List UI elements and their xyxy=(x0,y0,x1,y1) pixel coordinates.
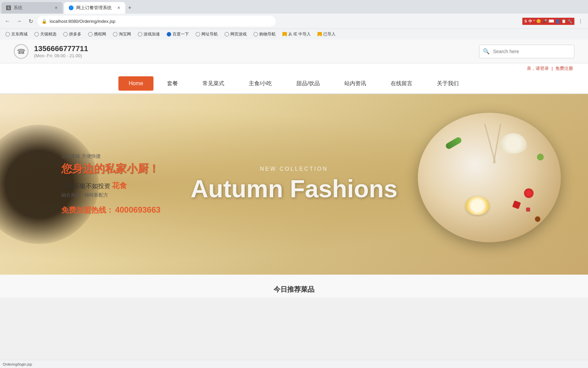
nav-message[interactable]: 在线留言 xyxy=(378,75,425,93)
bookmark-ctrip[interactable]: 携程网 xyxy=(85,31,109,38)
sogou-icon4[interactable]: 🎤 xyxy=(542,19,547,24)
bookmark-ie-import-label: 从 IE 中导入 xyxy=(288,31,311,37)
food-plate xyxy=(418,113,561,256)
section-title: 今日推荐菜品 xyxy=(14,285,574,294)
hero-hotline-number: 4000693663 xyxy=(115,205,160,214)
tab-bar: S 系统 ✕ 🌐 网上订餐管理系统 ✕ + xyxy=(0,0,588,14)
bookmark-baidu[interactable]: 百度一下 xyxy=(164,31,192,38)
sogou-toolbar: S 中 ° 😊 🎤 ⌨ 👤 📋 🔧 xyxy=(522,18,574,25)
section-below: 今日推荐菜品 xyxy=(0,275,588,297)
forward-button[interactable]: → xyxy=(14,16,24,26)
back-button[interactable]: ← xyxy=(3,16,12,26)
hero-hotline: 免费加盟热线： 4000693663 xyxy=(61,205,161,215)
header-left: ☎ 1356666777711 (Mon- Fri: 09.00 - 21.00… xyxy=(14,44,88,59)
bookmarks-list: 京东商城 天猫精选 拼多多 携程网 淘宝网 游戏加速 xyxy=(3,31,338,38)
food-egg xyxy=(466,196,489,215)
search-icon: 🔍 xyxy=(479,48,493,55)
bookmark-shop-nav[interactable]: 购物导航 xyxy=(251,31,278,38)
nav-home[interactable]: Home xyxy=(118,76,153,91)
bookmark-shop-nav-label: 购物导航 xyxy=(259,31,276,37)
hero-content: 卫生美味 方便快捷 您身边的私家小厨！ 买金买银不如投资 花食 融合风味 · 独… xyxy=(0,153,161,215)
tab-1[interactable]: S 系统 ✕ xyxy=(1,2,63,14)
food-dot2 xyxy=(526,208,530,212)
bookmark-tmall-icon xyxy=(34,32,39,36)
new-collection-label: NEW COLLECTION xyxy=(191,166,397,172)
nav-dessert[interactable]: 甜品/饮品 xyxy=(284,75,332,93)
bookmark-nav[interactable]: 网址导航 xyxy=(193,31,220,38)
hero-highlight: 花食 xyxy=(112,181,127,190)
bookmark-webgame-icon xyxy=(225,32,229,36)
bookmark-imported[interactable]: 已导入 xyxy=(315,31,338,38)
status-url: Ordering/login.jsp xyxy=(3,362,32,366)
nav-set-meal[interactable]: 套餐 xyxy=(155,75,190,93)
nav-about[interactable]: 关于我们 xyxy=(425,75,471,93)
nav-common-dishes[interactable]: 常见菜式 xyxy=(190,75,236,93)
bookmark-webgame[interactable]: 网页游戏 xyxy=(222,31,249,38)
bookmark-tmall[interactable]: 天猫精选 xyxy=(32,31,59,38)
bookmark-pdd[interactable]: 拼多多 xyxy=(61,31,84,38)
sogou-icon2[interactable]: ° xyxy=(534,19,535,23)
food-rice xyxy=(500,133,527,154)
extensions-button[interactable]: ⋮ xyxy=(576,16,585,26)
sogou-icon1[interactable]: 中 xyxy=(528,19,532,24)
site-header: ☎ 1356666777711 (Mon- Fri: 09.00 - 21.00… xyxy=(0,40,588,63)
bookmark-nav-icon xyxy=(196,32,200,36)
auth-separator: | xyxy=(552,66,554,71)
login-link[interactable]: 亲，请登录 xyxy=(527,66,549,71)
register-link[interactable]: 免费注册 xyxy=(555,66,573,71)
bookmark-ie-import[interactable]: 从 IE 中导入 xyxy=(280,31,313,38)
bookmark-ie-import-icon xyxy=(282,32,287,36)
phone-number: 1356666777711 xyxy=(34,44,88,53)
bookmark-taobao[interactable]: 淘宝网 xyxy=(110,31,134,38)
tab-1-favicon: S xyxy=(6,5,11,10)
search-input[interactable] xyxy=(493,49,574,54)
bookmark-imported-icon xyxy=(317,32,322,36)
tab-2-favicon: 🌐 xyxy=(69,5,74,10)
main-navigation: Home 套餐 常见菜式 主食/小吃 甜品/饮品 站内资讯 在线留言 关于我们 xyxy=(0,74,588,94)
sogou-icon5[interactable]: ⌨ xyxy=(549,19,554,24)
sogou-icon3[interactable]: 😊 xyxy=(536,19,541,24)
nav-staple[interactable]: 主食/小吃 xyxy=(236,75,284,93)
bookmark-ctrip-icon xyxy=(88,32,93,36)
sogou-icon7[interactable]: 📋 xyxy=(561,19,566,24)
food-green xyxy=(445,136,462,150)
bookmark-jd-icon xyxy=(5,32,10,36)
bookmark-baidu-label: 百度一下 xyxy=(173,31,189,37)
bookmark-webgame-label: 网页游戏 xyxy=(230,31,247,37)
bookmark-ctrip-label: 携程网 xyxy=(94,31,106,37)
tab-1-title: 系统 xyxy=(14,5,22,11)
refresh-button[interactable]: ↻ xyxy=(26,16,35,26)
sogou-brand: S xyxy=(524,19,527,23)
tab-2-close[interactable]: ✕ xyxy=(117,5,120,10)
search-bar[interactable]: 🔍 xyxy=(479,45,574,58)
bookmarks-bar: 京东商城 天猫精选 拼多多 携程网 淘宝网 游戏加速 xyxy=(0,29,588,40)
hero-desc1: 买金买银不如投资 花食 xyxy=(61,181,161,191)
sogou-icon8[interactable]: 🔧 xyxy=(568,19,572,24)
hero-desc2: 融合风味 · 独特新配方 xyxy=(61,192,161,198)
bookmark-shop-nav-icon xyxy=(254,32,258,36)
food-red1 xyxy=(524,188,534,198)
bookmark-baidu-icon xyxy=(167,32,171,36)
sogou-icon6[interactable]: 👤 xyxy=(555,19,560,24)
bookmark-tmall-label: 天猫精选 xyxy=(40,31,56,37)
address-box[interactable]: 🔒 localhost:8080/Ordering/index.jsp xyxy=(37,16,276,27)
bookmark-pdd-label: 拼多多 xyxy=(69,31,81,37)
add-tab-button[interactable]: + xyxy=(128,5,132,11)
food-dot3 xyxy=(537,154,544,160)
hero-overlay-text: NEW COLLECTION Autumn Fashions xyxy=(191,166,397,203)
food-red2 xyxy=(512,200,521,209)
tab-2[interactable]: 🌐 网上订餐管理系统 ✕ xyxy=(64,2,125,14)
bookmark-pdd-icon xyxy=(63,32,68,36)
phone-icon: ☎ xyxy=(14,44,29,59)
bookmark-game-accel[interactable]: 游戏加速 xyxy=(135,31,163,38)
nav-news[interactable]: 站内资讯 xyxy=(332,75,378,93)
hero-banner: 卫生美味 方便快捷 您身边的私家小厨！ 买金买银不如投资 花食 融合风味 · 独… xyxy=(0,94,588,275)
site-wrapper: ☎ 1356666777711 (Mon- Fri: 09.00 - 21.00… xyxy=(0,40,588,297)
bookmark-jd[interactable]: 京东商城 xyxy=(3,31,30,38)
bookmark-taobao-label: 淘宝网 xyxy=(119,31,131,37)
hero-title-cn: 您身边的私家小厨！ xyxy=(61,162,161,177)
bookmark-game-accel-icon xyxy=(138,32,142,36)
lock-icon: 🔒 xyxy=(42,19,47,24)
tab-1-close[interactable]: ✕ xyxy=(54,5,58,10)
bookmark-nav-label: 网址导航 xyxy=(201,31,218,37)
